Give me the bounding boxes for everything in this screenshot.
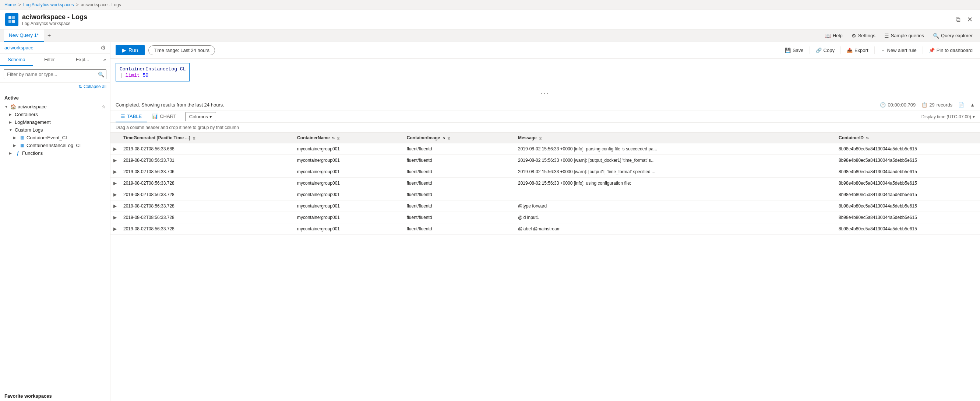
results-area: ··· Completed. Showing results from the … — [110, 88, 980, 401]
cell-container-image: fluent/fluentd — [403, 166, 514, 177]
copy-results-icon[interactable]: 📄 — [958, 102, 964, 108]
pin-to-dashboard-button[interactable]: 📌 Pin to dashboard — [927, 46, 975, 54]
toolbar-divider-3 — [874, 46, 875, 54]
close-window-button[interactable]: ✕ — [965, 15, 975, 24]
cell-container-image: fluent/fluentd — [403, 200, 514, 212]
row-expand-button[interactable]: ▶ — [112, 157, 118, 164]
settings-button[interactable]: ⚙ Settings — [850, 31, 877, 40]
time-display[interactable]: Display time (UTC-07:00) ▾ — [921, 114, 975, 120]
sidebar-tab-schema[interactable]: Schema — [0, 54, 33, 66]
cell-container-id: 8b98e4b80ec5a84130044a5debb5e615 — [835, 155, 980, 166]
query-line-1: ContainerInstanceLog_CL — [120, 66, 186, 72]
tree-item-container-event-label: ContainerEvent_CL — [27, 135, 106, 141]
copy-icon: 🔗 — [816, 48, 822, 53]
new-alert-rule-button[interactable]: ＋ New alert rule — [878, 45, 919, 55]
sidebar-collapse-all[interactable]: ⇅ Collapse all — [0, 83, 110, 91]
results-tbody: ▶ 2019-08-02T08:56:33.688 mycontainergro… — [110, 143, 980, 235]
filter-icon-container-name[interactable]: ⧖ — [337, 136, 340, 141]
cell-time-generated: 2019-08-02T08:56:33.728 — [120, 200, 293, 212]
breadcrumb-sep-2: > — [76, 2, 78, 7]
tree-item-aciworkspace[interactable]: ▼ 🏠 aciworkspace ☆ — [0, 103, 110, 110]
sidebar-settings-button[interactable]: ⚙ — [100, 44, 106, 51]
duration-value: 00:00:00.709 — [888, 102, 916, 108]
title-text: aciworkspace - Logs Log Analytics worksp… — [22, 13, 87, 26]
collapse-results-icon[interactable]: ▲ — [970, 102, 975, 108]
help-button[interactable]: 📖 Help — [823, 31, 844, 40]
filter-icon-time[interactable]: ⧖ — [192, 136, 196, 141]
tree-item-containers[interactable]: ▶ Containers — [0, 110, 110, 118]
col-header-container-id: ContainerID_s — [835, 133, 980, 143]
col-header-time-generated: TimeGenerated [Pacific Time ...] ⧖ — [120, 133, 293, 143]
breadcrumb-sep-1: > — [18, 2, 21, 7]
drag-hint: Drag a column header and drop it here to… — [110, 123, 980, 133]
sidebar-tab-expl[interactable]: Expl... — [66, 54, 99, 66]
tree-item-functions[interactable]: ▶ ƒ Functions — [0, 149, 110, 157]
sidebar-search-input[interactable] — [4, 69, 107, 79]
records-icon: 📋 — [921, 102, 928, 108]
table-row: ▶ 2019-08-02T08:56:33.706 mycontainergro… — [110, 166, 980, 177]
results-tab-table[interactable]: ☰ TABLE — [116, 111, 147, 122]
restore-window-button[interactable]: ⧉ — [953, 15, 963, 24]
workspace-icon — [5, 13, 18, 26]
svg-rect-3 — [12, 20, 15, 23]
add-tab-button[interactable]: + — [44, 30, 54, 41]
query-editor[interactable]: ContainerInstanceLog_CL | limit 50 — [110, 59, 980, 88]
sample-queries-label: Sample queries — [891, 33, 924, 38]
sidebar-tab-filter[interactable]: Filter — [33, 54, 66, 66]
cell-container-image: fluent/fluentd — [403, 155, 514, 166]
col-header-container-image: ContainerImage_s ⧖ — [403, 133, 514, 143]
main-layout: aciworkspace ⚙ Schema Filter Expl... « 🔍… — [0, 42, 980, 401]
col-label-container-id: ContainerID_s — [838, 135, 869, 141]
help-label: Help — [833, 33, 843, 38]
results-tabs: ☰ TABLE 📊 CHART Columns ▾ Display time (… — [110, 111, 980, 123]
cell-container-image: fluent/fluentd — [403, 189, 514, 200]
filter-icon-message[interactable]: ⧖ — [539, 136, 542, 141]
row-expand-button[interactable]: ▶ — [112, 145, 118, 152]
toolbar-divider-4 — [923, 46, 923, 54]
query-explorer-icon: 🔍 — [933, 33, 939, 39]
tree-item-container-event[interactable]: ▶ ▦ ContainerEvent_CL — [0, 134, 110, 142]
results-table-wrap: TimeGenerated [Pacific Time ...] ⧖ Conta… — [110, 133, 980, 401]
cell-container-name: mycontainergroup001 — [293, 177, 403, 189]
cell-container-name: mycontainergroup001 — [293, 212, 403, 224]
columns-button[interactable]: Columns ▾ — [185, 112, 216, 121]
cell-time-generated: 2019-08-02T08:56:33.706 — [120, 166, 293, 177]
tree-item-custom-logs[interactable]: ▼ Custom Logs — [0, 126, 110, 134]
cell-container-image: fluent/fluentd — [403, 224, 514, 235]
title-bar: aciworkspace - Logs Log Analytics worksp… — [0, 10, 980, 29]
results-tab-chart[interactable]: 📊 CHART — [147, 111, 181, 122]
workspace-link[interactable]: aciworkspace — [5, 45, 33, 51]
breadcrumb-home[interactable]: Home — [5, 2, 16, 7]
row-expand-button[interactable]: ▶ — [112, 214, 118, 221]
export-button[interactable]: 📤 Export — [845, 46, 871, 54]
run-button[interactable]: ▶ Run — [116, 45, 145, 55]
breadcrumb-workspaces[interactable]: Log Analytics workspaces — [23, 2, 74, 7]
query-explorer-button[interactable]: 🔍 Query explorer — [931, 31, 974, 40]
star-icon[interactable]: ☆ — [102, 104, 106, 109]
title-bar-right: ⧉ ✕ — [953, 15, 975, 24]
table-row: ▶ 2019-08-02T08:56:33.688 mycontainergro… — [110, 143, 980, 155]
row-expand-button[interactable]: ▶ — [112, 180, 118, 187]
tree-item-container-instance-log[interactable]: ▶ ▦ ContainerInstanceLog_CL — [0, 142, 110, 149]
workspace-svg-icon — [8, 16, 16, 24]
chart-icon: 📊 — [152, 113, 158, 119]
tree-item-label: aciworkspace — [18, 104, 100, 109]
row-expand-button[interactable]: ▶ — [112, 168, 118, 175]
row-expand-button[interactable]: ▶ — [112, 191, 118, 198]
filter-icon-container-image[interactable]: ⧖ — [447, 136, 450, 141]
chevron-right-icon: ▶ — [13, 143, 18, 147]
tree-item-logmanagement[interactable]: ▶ LogManagement — [0, 118, 110, 126]
save-button[interactable]: 💾 Save — [783, 46, 806, 54]
row-expand-button[interactable]: ▶ — [112, 225, 118, 232]
tab-new-query-1[interactable]: New Query 1* — [4, 29, 44, 42]
sample-queries-button[interactable]: ☰ Sample queries — [883, 31, 926, 40]
copy-button[interactable]: 🔗 Copy — [814, 46, 837, 54]
collapse-label: Collapse all — [84, 84, 107, 89]
time-range-button[interactable]: Time range: Last 24 hours — [148, 45, 215, 55]
tree-item-functions-label: Functions — [22, 150, 106, 156]
time-display-label: Display time (UTC-07:00) — [921, 114, 971, 120]
sidebar-collapse-button[interactable]: « — [99, 54, 110, 66]
row-expand-button[interactable]: ▶ — [112, 203, 118, 209]
collapse-icon: ⇅ — [78, 84, 82, 89]
sidebar: aciworkspace ⚙ Schema Filter Expl... « 🔍… — [0, 42, 110, 401]
